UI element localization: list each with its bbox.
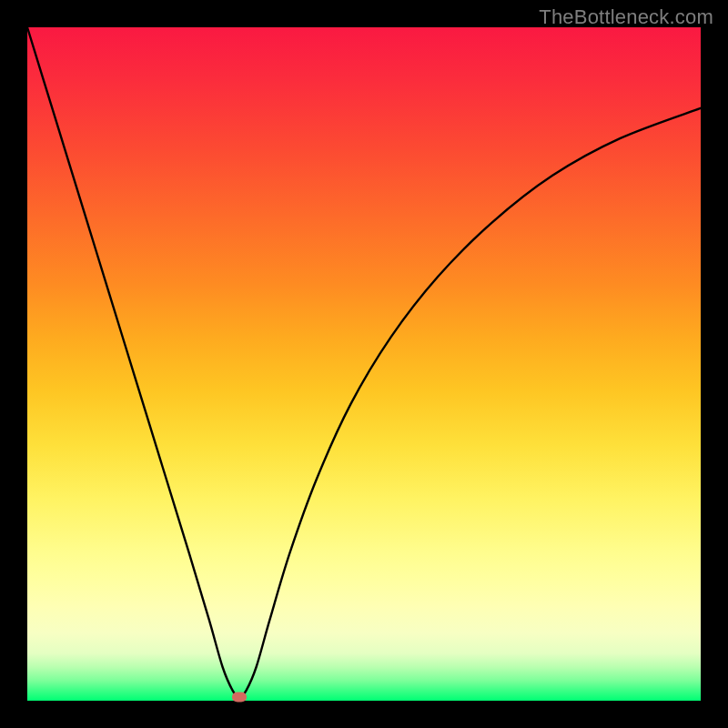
- bottleneck-curve: [27, 27, 701, 697]
- chart-frame: TheBottleneck.com: [0, 0, 728, 728]
- plot-area: [27, 27, 701, 701]
- curve-svg: [27, 27, 701, 701]
- optimal-point-marker: [232, 693, 247, 703]
- watermark-text: TheBottleneck.com: [539, 5, 713, 29]
